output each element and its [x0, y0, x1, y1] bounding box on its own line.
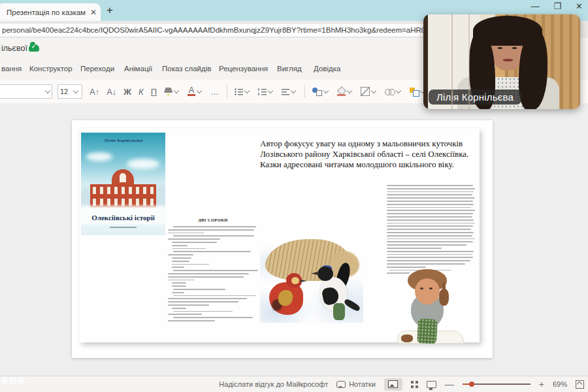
document-title[interactable]: ільєвої: [1, 44, 27, 53]
text-line: [168, 233, 204, 234]
chevron-down-icon: [291, 88, 296, 93]
text-line: [387, 263, 465, 265]
chevron-down-icon: [396, 88, 401, 93]
shape-fill-button[interactable]: [337, 88, 353, 96]
bird-beak: [301, 280, 307, 282]
minimize-icon[interactable]: —: [531, 1, 539, 11]
ribbon-tab-view[interactable]: Вигляд: [277, 65, 302, 73]
text-line: [168, 238, 220, 240]
bullets-button[interactable]: [235, 88, 251, 95]
text-line: [173, 251, 251, 252]
ribbon-tab-animations[interactable]: Анімації: [124, 65, 152, 73]
restore-icon[interactable]: ❐: [553, 1, 561, 11]
zoom-slider-thumb[interactable]: [469, 382, 474, 387]
text-line: [387, 248, 442, 249]
slide[interactable]: Лілія Корнільєва Олексіївські історії Ав…: [72, 120, 493, 358]
divider: [227, 85, 227, 98]
shape-fill-icon: [337, 88, 346, 96]
text-line: [387, 220, 474, 221]
zoom-in-button[interactable]: +: [539, 379, 544, 389]
text-line: [387, 235, 472, 237]
highlight-color-button[interactable]: [164, 88, 180, 96]
magpies-illustration: [260, 237, 363, 323]
text-line: [387, 254, 472, 255]
tab-close-icon[interactable]: ✕: [90, 8, 97, 17]
ribbon-tab-design[interactable]: Конструктор: [29, 65, 73, 73]
italic-button[interactable]: К: [139, 87, 144, 97]
underline-button[interactable]: П: [151, 87, 157, 97]
shrink-font-button[interactable]: A↓: [106, 87, 116, 97]
book-cover-image: Лілія Корнільєва Олексіївські історії: [81, 133, 165, 235]
font-size-dropdown[interactable]: 12: [57, 84, 82, 99]
text-line: [387, 207, 471, 208]
normal-view-icon: [388, 380, 398, 388]
text-line: [172, 292, 184, 293]
window-controls: — ❐ ✕: [531, 1, 583, 11]
align-text-icon: [282, 88, 289, 95]
text-line: [173, 295, 256, 297]
shape-outline-button[interactable]: [361, 87, 378, 96]
new-tab-button[interactable]: +: [106, 4, 113, 17]
story-text-lines: [168, 226, 258, 321]
text-line: [387, 244, 466, 246]
url-text: personal/be400eac224c4bce/IQDOS0wirA5AII…: [0, 26, 466, 34]
text-line: [387, 213, 473, 214]
shapes-icon: [312, 88, 322, 96]
chevron-down-icon: [347, 88, 352, 93]
ribbon-tab-slideshow[interactable]: Показ слайдів: [162, 65, 211, 73]
bold-button[interactable]: Ж: [123, 87, 131, 97]
text-line: [387, 241, 473, 242]
old-man-scarf: [417, 318, 438, 344]
book-cover-author: Лілія Корнільєва: [81, 138, 165, 143]
chevron-down-icon: [244, 88, 250, 93]
insert-shapes-button[interactable]: [312, 88, 330, 96]
chevron-down-icon[interactable]: [197, 88, 202, 93]
slide-sorter-view-button[interactable]: [411, 381, 418, 388]
ribbon-tab-drawing[interactable]: вання: [1, 65, 22, 73]
text-line: [172, 282, 186, 284]
zoom-slider[interactable]: [463, 380, 531, 388]
normal-view-button[interactable]: [384, 378, 402, 391]
text-line: [172, 257, 191, 259]
building-facade: [90, 184, 156, 208]
feedback-label: Надіслати відгук до Майкрософт: [219, 380, 328, 388]
text-line: [173, 289, 225, 290]
slideshow-button[interactable]: [427, 381, 436, 388]
text-line: [172, 286, 186, 287]
more-options-button[interactable]: …: [210, 87, 220, 97]
chevron-down-icon: [371, 88, 376, 93]
zoom-out-button[interactable]: —: [445, 379, 454, 389]
ribbon-tab-transitions[interactable]: Переходи: [80, 65, 114, 73]
story-title: ДВІ СОРОКИ: [168, 218, 258, 222]
participant-name-watermark: єва: [1, 372, 25, 387]
font-color-button[interactable]: А: [188, 87, 195, 96]
ribbon-tab-review[interactable]: Рецензування: [219, 65, 268, 73]
editing-canvas: Лілія Корнільєва Олексіївські історії Ав…: [0, 103, 588, 376]
zoom-level[interactable]: 69%: [553, 380, 567, 388]
text-line: [172, 264, 210, 265]
fit-to-window-button[interactable]: [576, 380, 584, 389]
close-icon[interactable]: ✕: [576, 1, 583, 11]
browser-tab[interactable]: Презентація по казкам Л.Кор ✕: [0, 3, 101, 21]
chevron-down-icon: [268, 88, 273, 93]
numbering-button[interactable]: [258, 88, 274, 95]
bird-tail: [343, 298, 361, 312]
text-line: [387, 194, 472, 195]
alignment-button[interactable]: [282, 88, 297, 95]
divider: [304, 85, 305, 98]
link-button[interactable]: [385, 89, 402, 95]
notes-toggle-button[interactable]: Нотатки: [336, 380, 376, 388]
old-man-mitten: [401, 335, 413, 342]
text-line: [168, 314, 202, 315]
chevron-down-icon: [323, 88, 329, 93]
font-name-dropdown[interactable]: [0, 84, 52, 99]
url-field[interactable]: personal/be400eac224c4bce/IQDOS0wirA5AII…: [0, 23, 466, 37]
font-size-value: 12: [60, 88, 68, 95]
grow-font-button[interactable]: A↑: [90, 87, 99, 97]
webcam-overlay[interactable]: Лілія Корнільєва: [423, 14, 580, 109]
red-magpie-figure: [269, 273, 307, 316]
chevron-down-icon: [73, 88, 78, 93]
text-line: [387, 185, 473, 186]
send-feedback-button[interactable]: Надіслати відгук до Майкрософт: [219, 380, 328, 388]
ribbon-tab-help[interactable]: Довідка: [314, 65, 340, 73]
